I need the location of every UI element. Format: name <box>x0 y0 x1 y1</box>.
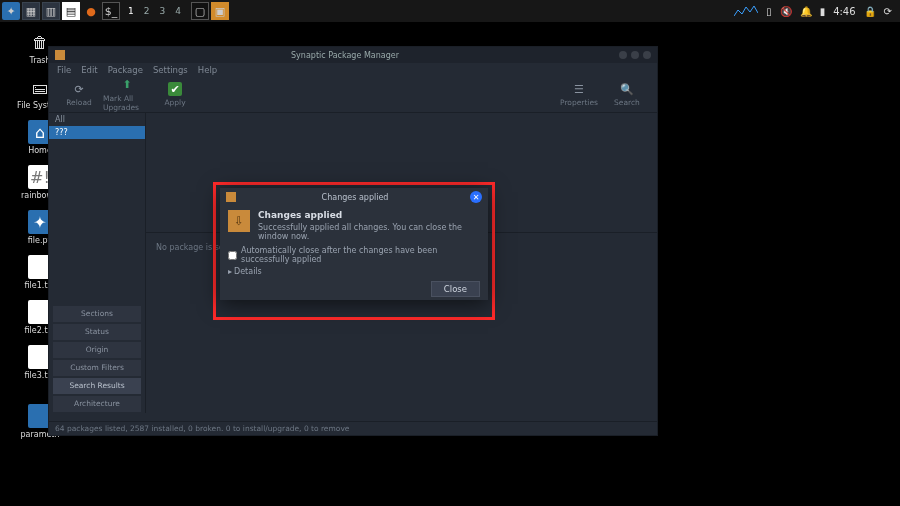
toolbar-apply[interactable]: ✔Apply <box>151 82 199 107</box>
dialog-app-icon <box>226 192 236 202</box>
package-icon: ⇩ <box>228 210 250 232</box>
search-icon: 🔍 <box>620 82 634 96</box>
volume-muted-icon[interactable]: 🔇 <box>780 6 792 17</box>
taskbar-firefox[interactable]: ● <box>82 2 100 20</box>
workspace-switcher[interactable]: 1 2 3 4 <box>128 6 181 16</box>
power-icon[interactable]: ⟳ <box>884 6 892 17</box>
dialog-title: Changes applied <box>240 193 470 202</box>
window-maximize-button[interactable] <box>631 51 639 59</box>
tray-separator-icon: ▯ <box>766 6 772 17</box>
dialog-heading: Changes applied <box>258 210 480 220</box>
synaptic-title: Synaptic Package Manager <box>71 51 619 60</box>
taskbar-filemanager[interactable]: ▤ <box>62 2 80 20</box>
synaptic-statusbar: 64 packages listed, 2587 installed, 0 br… <box>49 421 657 435</box>
synaptic-toolbar: ⟳Reload ⬆Mark All Upgrades ✔Apply ☰Prope… <box>49 77 657 113</box>
workspace-2[interactable]: 2 <box>144 6 150 16</box>
side-btn-custom[interactable]: Custom Filters <box>53 360 141 376</box>
side-btn-origin[interactable]: Origin <box>53 342 141 358</box>
window-minimize-button[interactable] <box>619 51 627 59</box>
synaptic-app-icon <box>55 50 65 60</box>
taskbar: ✦ ▦ ▥ ▤ ● $_ 1 2 3 4 ▢ ▣ ▯ 🔇 🔔 ▮ 4:46 🔒 … <box>0 0 900 22</box>
toolbar-reload[interactable]: ⟳Reload <box>55 82 103 107</box>
auto-close-checkbox-row[interactable]: Automatically close after the changes ha… <box>228 246 480 264</box>
changes-applied-dialog: Changes applied ✕ ⇩ Changes applied Succ… <box>220 188 488 300</box>
taskbar-terminal[interactable]: $_ <box>102 2 120 20</box>
taskbar-running-terminal[interactable]: ▢ <box>191 2 209 20</box>
menu-settings[interactable]: Settings <box>153 65 188 75</box>
taskbar-app-2[interactable]: ▥ <box>42 2 60 20</box>
notifications-icon[interactable]: 🔔 <box>800 6 812 17</box>
workspace-3[interactable]: 3 <box>159 6 165 16</box>
toolbar-search[interactable]: 🔍Search <box>603 82 651 107</box>
side-btn-sections[interactable]: Sections <box>53 306 141 322</box>
battery-icon[interactable]: ▮ <box>820 6 826 17</box>
taskbar-running-synaptic[interactable]: ▣ <box>211 2 229 20</box>
side-btn-status[interactable]: Status <box>53 324 141 340</box>
reload-icon: ⟳ <box>72 82 86 96</box>
dialog-message: Successfully applied all changes. You ca… <box>258 223 480 241</box>
auto-close-label: Automatically close after the changes ha… <box>241 246 480 264</box>
start-menu-button[interactable]: ✦ <box>2 2 20 20</box>
dialog-titlebar[interactable]: Changes applied ✕ <box>220 188 488 206</box>
side-btn-search-results[interactable]: Search Results <box>53 378 141 394</box>
upgrade-icon: ⬆ <box>120 78 134 92</box>
synaptic-menubar: File Edit Package Settings Help <box>49 63 657 77</box>
taskbar-app-1[interactable]: ▦ <box>22 2 40 20</box>
close-button[interactable]: Close <box>431 281 480 297</box>
side-btn-architecture[interactable]: Architecture <box>53 396 141 412</box>
category-all[interactable]: All <box>49 113 145 126</box>
toolbar-mark-upgrades[interactable]: ⬆Mark All Upgrades <box>103 78 151 112</box>
synaptic-titlebar[interactable]: Synaptic Package Manager <box>49 47 657 63</box>
category-selected[interactable]: ??? <box>49 126 145 139</box>
chevron-right-icon: ▸ <box>228 267 232 276</box>
clock[interactable]: 4:46 <box>833 6 855 17</box>
details-label: Details <box>234 267 262 276</box>
synaptic-sidebar: All ??? Sections Status Origin Custom Fi… <box>49 113 145 413</box>
menu-package[interactable]: Package <box>108 65 143 75</box>
menu-file[interactable]: File <box>57 65 71 75</box>
dialog-close-button[interactable]: ✕ <box>470 191 482 203</box>
network-graph-icon <box>734 4 758 18</box>
menu-edit[interactable]: Edit <box>81 65 97 75</box>
menu-help[interactable]: Help <box>198 65 217 75</box>
workspace-1[interactable]: 1 <box>128 6 134 16</box>
details-expander[interactable]: ▸ Details <box>228 267 480 276</box>
apply-icon: ✔ <box>168 82 182 96</box>
workspace-4[interactable]: 4 <box>175 6 181 16</box>
toolbar-properties[interactable]: ☰Properties <box>555 82 603 107</box>
properties-icon: ☰ <box>572 82 586 96</box>
auto-close-checkbox[interactable] <box>228 251 237 260</box>
window-close-button[interactable] <box>643 51 651 59</box>
lock-icon[interactable]: 🔒 <box>864 6 876 17</box>
